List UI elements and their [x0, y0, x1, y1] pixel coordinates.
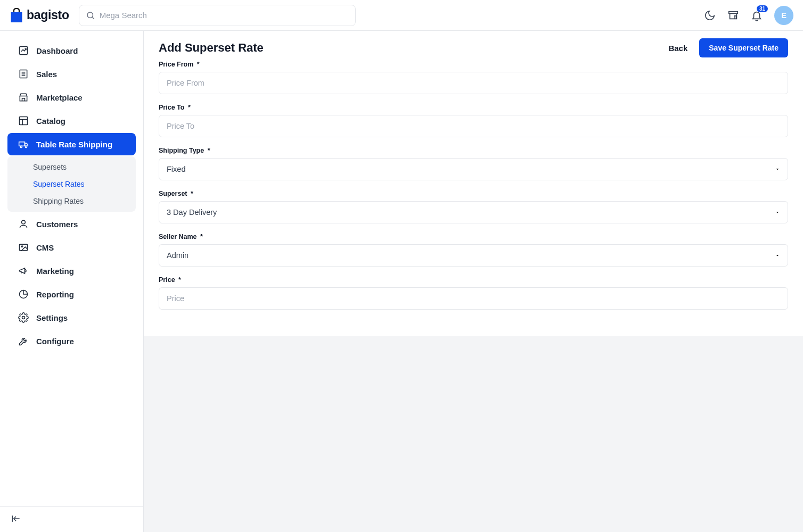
notification-badge: 31 — [757, 5, 768, 12]
page-title: Add Superset Rate — [159, 41, 264, 55]
field-price-from: Price From * — [159, 61, 788, 94]
label-price-to: Price To * — [159, 104, 788, 111]
search-icon — [86, 11, 95, 20]
sidebar-item-label: Reporting — [36, 290, 74, 299]
sidebar-item-label: Settings — [36, 313, 68, 322]
page-header: Add Superset Rate Back Save Superset Rat… — [159, 38, 788, 57]
required-mark: * — [191, 190, 193, 197]
gear-icon — [18, 312, 29, 323]
sidebar-item-reporting[interactable]: Reporting — [7, 283, 136, 305]
svg-point-1 — [87, 12, 93, 18]
svg-rect-3 — [729, 11, 738, 13]
moon-icon — [704, 10, 716, 21]
list-icon — [18, 69, 29, 79]
field-seller-name: Seller Name * Admin — [159, 233, 788, 267]
field-price-to: Price To * — [159, 104, 788, 137]
label-shipping-type: Shipping Type * — [159, 147, 788, 154]
svg-rect-0 — [11, 12, 22, 22]
search-box[interactable] — [79, 5, 356, 26]
field-shipping-type: Shipping Type * Fixed — [159, 147, 788, 180]
svg-rect-16 — [20, 244, 28, 251]
field-superset: Superset * 3 Day Delivery — [159, 190, 788, 223]
user-icon — [18, 219, 29, 229]
sidebar-item-label: Table Rate Shipping — [36, 140, 112, 149]
dark-mode-toggle[interactable] — [704, 10, 716, 21]
wrench-icon — [18, 336, 29, 346]
select-seller-name[interactable]: Admin — [159, 244, 788, 267]
sidebar-collapse-button[interactable] — [0, 506, 143, 532]
subnav-supersets[interactable]: Supersets — [7, 159, 136, 176]
sidebar-item-configure[interactable]: Configure — [7, 330, 136, 352]
avatar[interactable]: E — [774, 6, 793, 25]
field-price: Price * — [159, 276, 788, 310]
sidebar-nav: Dashboard Sales Marketplace Catalog Tabl… — [0, 31, 143, 506]
select-superset[interactable]: 3 Day Delivery — [159, 201, 788, 223]
required-mark: * — [188, 104, 191, 111]
required-mark: * — [197, 61, 200, 68]
bag-icon — [10, 8, 23, 23]
sidebar-item-cms[interactable]: CMS — [7, 236, 136, 259]
notifications-button[interactable]: 31 — [751, 10, 763, 21]
sidebar: Dashboard Sales Marketplace Catalog Tabl… — [0, 31, 144, 532]
search-input[interactable] — [100, 11, 349, 20]
form-panel: Add Superset Rate Back Save Superset Rat… — [144, 31, 803, 336]
store-icon — [727, 10, 739, 21]
storefront-icon — [18, 92, 29, 103]
sidebar-item-label: Marketing — [36, 267, 74, 276]
search-wrap — [79, 5, 356, 26]
sidebar-item-marketplace[interactable]: Marketplace — [7, 86, 136, 109]
svg-rect-9 — [20, 117, 28, 125]
header-actions: Back Save Superset Rate — [668, 38, 788, 57]
sidebar-item-label: Dashboard — [36, 46, 78, 55]
sidebar-item-marketing[interactable]: Marketing — [7, 260, 136, 282]
svg-point-17 — [21, 246, 23, 247]
select-shipping-type[interactable]: Fixed — [159, 158, 788, 180]
save-button[interactable]: Save Superset Rate — [699, 38, 788, 57]
store-link[interactable] — [727, 10, 739, 21]
back-link[interactable]: Back — [668, 44, 687, 53]
sidebar-item-label: Customers — [36, 220, 78, 229]
label-price: Price * — [159, 276, 788, 284]
sidebar-item-settings[interactable]: Settings — [7, 306, 136, 329]
input-price[interactable] — [159, 287, 788, 310]
required-mark: * — [208, 147, 210, 154]
sidebar-item-label: CMS — [36, 243, 54, 252]
image-icon — [18, 242, 29, 253]
avatar-initial: E — [781, 11, 786, 20]
svg-line-2 — [92, 17, 94, 19]
required-mark: * — [178, 276, 181, 284]
truck-icon — [18, 139, 29, 149]
input-price-from[interactable] — [159, 72, 788, 94]
svg-point-19 — [22, 317, 25, 319]
sidebar-item-sales[interactable]: Sales — [7, 63, 136, 85]
megaphone-icon — [18, 265, 29, 276]
label-superset: Superset * — [159, 190, 788, 197]
svg-point-13 — [20, 146, 22, 147]
brand-text: bagisto — [27, 8, 69, 22]
svg-rect-12 — [19, 142, 25, 146]
brand-logo[interactable]: bagisto — [10, 8, 69, 23]
subnav-shipping-rates[interactable]: Shipping Rates — [7, 193, 136, 210]
sidebar-item-label: Configure — [36, 337, 74, 346]
chart-icon — [18, 45, 29, 56]
sidebar-item-table-rate-shipping[interactable]: Table Rate Shipping — [7, 133, 136, 155]
sidebar-item-label: Marketplace — [36, 93, 83, 102]
sidebar-item-label: Catalog — [36, 117, 65, 126]
svg-point-15 — [22, 220, 26, 224]
layout-icon — [18, 115, 29, 126]
pie-icon — [18, 289, 29, 300]
required-mark: * — [200, 233, 203, 240]
sidebar-item-dashboard[interactable]: Dashboard — [7, 39, 136, 62]
subnav-superset-rates[interactable]: Superset Rates — [7, 176, 136, 193]
topbar: bagisto 3 — [0, 0, 803, 31]
label-seller-name: Seller Name * — [159, 233, 788, 240]
sidebar-item-label: Sales — [36, 70, 57, 79]
sidebar-item-customers[interactable]: Customers — [7, 213, 136, 235]
sidebar-subnav: Supersets Superset Rates Shipping Rates — [7, 156, 136, 212]
collapse-icon — [11, 513, 21, 524]
input-price-to[interactable] — [159, 115, 788, 137]
svg-point-14 — [25, 146, 27, 147]
topbar-actions: 31 E — [704, 6, 793, 25]
sidebar-item-catalog[interactable]: Catalog — [7, 110, 136, 132]
label-price-from: Price From * — [159, 61, 788, 68]
